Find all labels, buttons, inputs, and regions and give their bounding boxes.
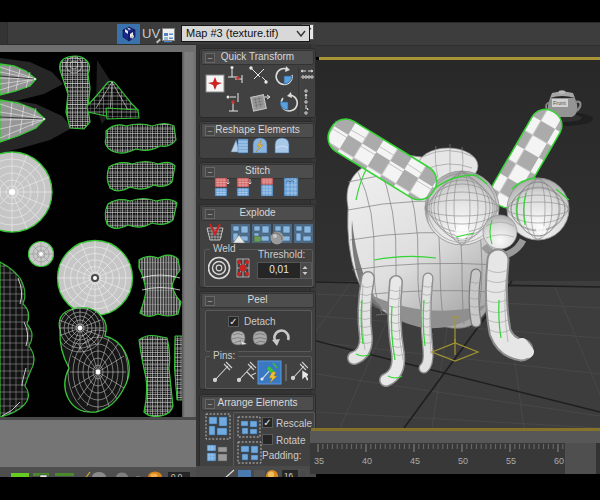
svg-text:Front: Front — [553, 100, 566, 106]
svg-text:16: 16 — [284, 471, 293, 477]
svg-text:45: 45 — [410, 456, 420, 466]
svg-text:60: 60 — [554, 456, 564, 466]
svg-text:50: 50 — [458, 456, 468, 466]
svg-text:55: 55 — [506, 456, 516, 466]
svg-text:40: 40 — [362, 456, 372, 466]
svg-text:35: 35 — [314, 456, 324, 466]
